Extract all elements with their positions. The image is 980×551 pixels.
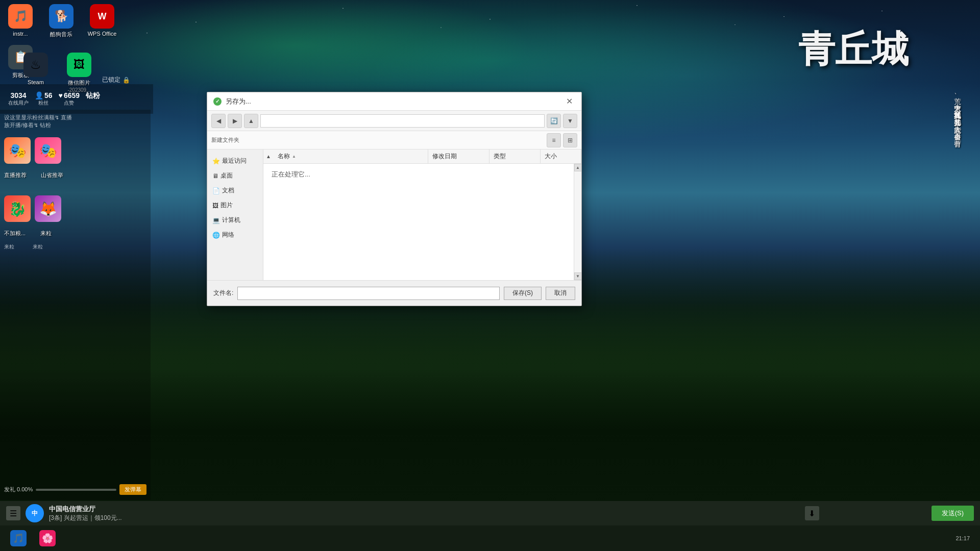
toolbar-new-folder[interactable]: 新建文件夹 bbox=[211, 136, 239, 144]
wps-icon: W bbox=[90, 4, 114, 29]
wechat-img-icon: 🖼 bbox=[67, 53, 91, 77]
network-icon: 🌐 bbox=[212, 232, 220, 239]
chat-description: 设这里显示粉丝满额↯ 直播族开播/修着↯ 钻粉 bbox=[0, 110, 151, 133]
avatar3-icon: 🐉 bbox=[4, 195, 31, 222]
desktop-icon-steam[interactable]: ♨ Steam bbox=[15, 48, 56, 89]
gift-controls: 发礼 0.00% 发弹幕 bbox=[4, 484, 146, 495]
chat-label1: 直播推荐 山省推举 bbox=[0, 168, 151, 181]
gift-send-btn[interactable]: 发弹幕 bbox=[119, 484, 146, 495]
scroll-up-arrow[interactable]: ▲ bbox=[574, 164, 582, 171]
desktop-icon-wps[interactable]: W WPS Office bbox=[82, 0, 122, 41]
stat-likes: ♥ 6659 点赞 bbox=[59, 91, 80, 107]
notification-content: 中国电信营业厅 [3条] 兴起营运｜领100元... bbox=[49, 505, 800, 522]
dialog-sidebar: ⭐ 最近访问 🖥 桌面 📄 文档 🖼 图片 💻 计算机 🌐 网络 bbox=[207, 149, 263, 280]
vertical-scrollbar[interactable]: ▲ ▼ bbox=[574, 164, 581, 280]
sidebar-desktop[interactable]: 🖥 桌面 bbox=[207, 168, 263, 183]
chat-desc-text: 设这里显示粉丝满额↯ 直播族开播/修着↯ 钻粉 bbox=[4, 114, 146, 129]
nav-refresh-button[interactable]: 🔄 bbox=[547, 114, 561, 128]
sidebar-computer[interactable]: 💻 计算机 bbox=[207, 213, 263, 228]
notification-download-btn[interactable]: ⬇ bbox=[805, 506, 819, 520]
taskbar-time: 21:17 bbox=[950, 535, 975, 541]
processing-text: 正在处理它... bbox=[272, 170, 310, 178]
stat-fans-value: 56 bbox=[44, 91, 53, 99]
nav-up-button[interactable]: ▲ bbox=[244, 114, 258, 128]
chat-label1-text: 直播推荐 bbox=[4, 172, 27, 178]
address-bar[interactable] bbox=[260, 114, 545, 128]
taskbar-meitu-icon: 🌸 bbox=[39, 530, 56, 546]
chat-label2-text: 山省推举 bbox=[41, 172, 63, 178]
avatar1-icon: 🎭 bbox=[4, 137, 31, 164]
stat-likes-label: 点赞 bbox=[64, 99, 74, 107]
sidebar-documents[interactable]: 📄 文档 bbox=[207, 183, 263, 198]
notification-bar: ☰ 中 中国电信营业厅 [3条] 兴起营运｜领100元... ⬇ 发送(S) bbox=[0, 501, 980, 525]
desktop-icon-instr[interactable]: 🎵 instr... bbox=[0, 0, 41, 41]
dialog-title-text: 另存为... bbox=[226, 97, 251, 106]
chat-avatars: 🎭 🎭 bbox=[0, 133, 151, 168]
chat-sublabels: 来粒 来粒 bbox=[0, 239, 151, 253]
sidebar-recent[interactable]: ⭐ 最近访问 bbox=[207, 154, 263, 168]
filelist-scroll-area[interactable]: 正在处理它... ▲ ▼ bbox=[263, 164, 581, 280]
computer-icon: 💻 bbox=[212, 217, 220, 224]
view-details-btn[interactable]: ⊞ bbox=[563, 133, 577, 147]
scroll-track[interactable] bbox=[574, 171, 581, 272]
instr-icon: 🎵 bbox=[8, 4, 33, 29]
chat-label4-text: 来粒 bbox=[40, 230, 52, 236]
sidebar-network[interactable]: 🌐 网络 bbox=[207, 228, 263, 242]
recent-icon: ⭐ bbox=[212, 158, 220, 165]
col-modified[interactable]: 修改日期 bbox=[428, 149, 489, 163]
col-type[interactable]: 类型 bbox=[489, 149, 541, 163]
nav-back-button[interactable]: ◀ bbox=[211, 114, 226, 128]
view-list-btn[interactable]: ≡ bbox=[547, 133, 561, 147]
dialog-title-left: ✓ 另存为... bbox=[213, 97, 251, 106]
pictures-icon: 🖼 bbox=[212, 202, 218, 209]
sidebar-pictures[interactable]: 🖼 图片 bbox=[207, 198, 263, 213]
col-name-label: 名称 bbox=[278, 152, 290, 161]
taskbar-app-meitu[interactable]: 🌸 bbox=[34, 528, 61, 548]
steam-icon: ♨ bbox=[23, 53, 48, 77]
dialog-toolbar: 新建文件夹 ≡ ⊞ bbox=[207, 131, 581, 149]
gift-volume-label: 发礼 0.00% bbox=[4, 486, 33, 493]
dialog-nav-bar: ◀ ▶ ▲ 🔄 ▼ bbox=[207, 111, 581, 131]
kugo-label: 酷狗音乐 bbox=[50, 31, 72, 38]
col-sort-up[interactable]: ▲ bbox=[263, 149, 274, 164]
processing-status: 正在处理它... bbox=[263, 164, 581, 185]
network-label: 网络 bbox=[222, 231, 234, 239]
dialog-bottom-bar: 文件名: 保存(S) 取消 bbox=[207, 280, 581, 306]
send-button[interactable]: 发送(S) bbox=[932, 506, 974, 521]
filelist-header: ▲ 名称 ▲ 修改日期 类型 大小 bbox=[263, 149, 581, 164]
notification-app-icon: 中 bbox=[26, 504, 44, 522]
stats-row: 3034 在线用户 👤 56 粉丝 ♥ 6659 点赞 钻粉 bbox=[4, 88, 149, 110]
stat-online-label: 在线用户 bbox=[8, 99, 29, 107]
gift-progress bbox=[36, 489, 116, 491]
chat-sublabel2: 来粒 bbox=[33, 244, 43, 249]
notif-icon-text: 中 bbox=[32, 509, 38, 518]
col-size-label: 大小 bbox=[545, 152, 557, 161]
lock-indicator: 已锁定 🔒 bbox=[102, 76, 130, 84]
nav-forward-button[interactable]: ▶ bbox=[228, 114, 242, 128]
sort-icon-name: ▲ bbox=[292, 154, 296, 159]
chinese-title: 青丘城 bbox=[798, 31, 909, 67]
chat-label3-text: 不加粮... bbox=[4, 230, 26, 236]
dialog-close-button[interactable]: ✕ bbox=[563, 95, 575, 108]
scroll-down-arrow[interactable]: ▼ bbox=[574, 272, 582, 280]
notification-menu-btn[interactable]: ☰ bbox=[6, 506, 20, 520]
chinese-title-text: 青丘城 bbox=[798, 31, 909, 67]
desktop-icon-kugo[interactable]: 🐕 酷狗音乐 bbox=[41, 0, 82, 42]
col-type-label: 类型 bbox=[494, 152, 506, 161]
save-button[interactable]: 保存(S) bbox=[504, 287, 542, 300]
wps-label: WPS Office bbox=[88, 31, 117, 37]
chinese-subtitle: 荒、大荒之中，其状如狐九尾，其音如婴儿，能食人，食者不蛊，有曾 bbox=[950, 92, 965, 135]
avatar2-icon: 🎭 bbox=[35, 137, 61, 164]
cancel-button[interactable]: 取消 bbox=[546, 287, 575, 300]
notif-company: 中国电信营业厅 bbox=[49, 505, 800, 514]
nav-dropdown-button[interactable]: ▼ bbox=[563, 114, 577, 128]
download-icon: ⬇ bbox=[808, 509, 815, 518]
filename-input[interactable] bbox=[237, 287, 500, 300]
recent-label: 最近访问 bbox=[222, 157, 247, 165]
col-size[interactable]: 大小 bbox=[541, 149, 581, 163]
stat-online: 3034 在线用户 bbox=[8, 91, 29, 107]
instr-label: instr... bbox=[13, 31, 28, 37]
col-name[interactable]: 名称 ▲ bbox=[274, 149, 428, 163]
taskbar-app-music[interactable]: 🎵 bbox=[5, 528, 32, 548]
dialog-titlebar: ✓ 另存为... ✕ bbox=[207, 92, 581, 111]
